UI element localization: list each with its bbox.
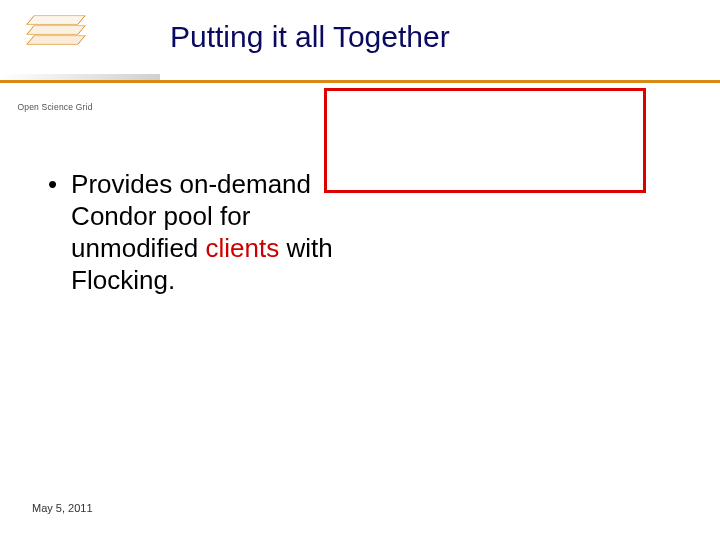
osg-logo: Open Science Grid — [10, 8, 100, 76]
header: Open Science Grid Putting it all Togethe… — [0, 0, 720, 90]
bullet-item: • Provides on-demand Condor pool for unm… — [42, 168, 342, 296]
footer-date: May 5, 2011 — [32, 502, 93, 514]
divider-line — [0, 80, 720, 83]
bullet-marker: • — [48, 168, 57, 200]
bullet-text: Provides on-demand Condor pool for unmod… — [71, 168, 342, 296]
highlight-box — [324, 88, 646, 193]
slide-title: Putting it all Together — [170, 20, 450, 54]
bullet-list: • Provides on-demand Condor pool for unm… — [42, 168, 342, 296]
logo-caption: Open Science Grid — [10, 102, 100, 112]
bullet-text-highlight: clients — [206, 233, 280, 263]
logo-icon — [20, 8, 90, 54]
